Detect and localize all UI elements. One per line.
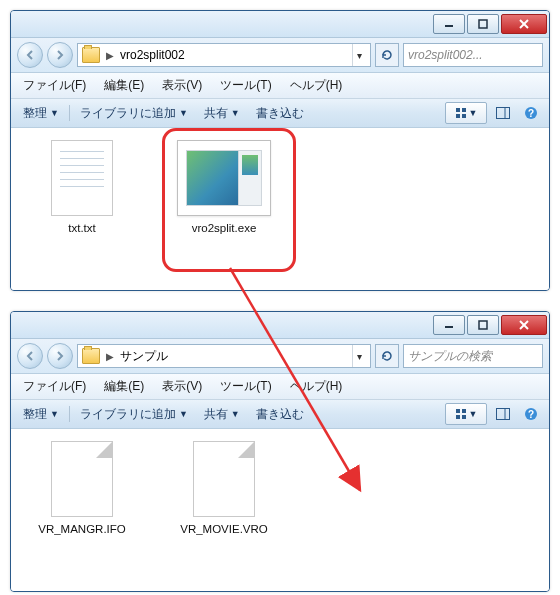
close-button[interactable] — [501, 14, 547, 34]
svg-rect-19 — [462, 415, 466, 419]
menu-file[interactable]: ファイル(F) — [15, 376, 94, 397]
help-button[interactable]: ? — [519, 403, 543, 425]
menubar: ファイル(F) 編集(E) 表示(V) ツール(T) ヘルプ(H) — [11, 73, 549, 99]
titlebar — [11, 11, 549, 38]
file-txt[interactable]: txt.txt — [27, 140, 137, 234]
menu-file[interactable]: ファイル(F) — [15, 75, 94, 96]
search-input[interactable]: サンプルの検索 — [403, 344, 543, 368]
view-mode-button[interactable]: ▼ — [445, 102, 487, 124]
svg-rect-4 — [456, 108, 460, 112]
chevron-right-icon: ▶ — [104, 351, 116, 362]
generic-file-icon — [51, 441, 113, 517]
explorer-window-2: ▶ サンプル ▾ サンプルの検索 ファイル(F) 編集(E) 表示(V) ツール… — [10, 311, 550, 592]
library-button[interactable]: ライブラリに追加▼ — [74, 404, 194, 425]
explorer-window-1: ▶ vro2split002 ▾ vro2split002... ファイル(F)… — [10, 10, 550, 291]
address-bar[interactable]: ▶ vro2split002 ▾ — [77, 43, 371, 67]
library-button[interactable]: ライブラリに追加▼ — [74, 103, 194, 124]
preview-pane-button[interactable] — [491, 102, 515, 124]
folder-icon — [82, 348, 100, 364]
menu-view[interactable]: 表示(V) — [154, 376, 210, 397]
maximize-button[interactable] — [467, 315, 499, 335]
minimize-button[interactable] — [433, 315, 465, 335]
share-button[interactable]: 共有▼ — [198, 404, 246, 425]
chevron-right-icon: ▶ — [104, 50, 116, 61]
svg-rect-8 — [497, 108, 510, 119]
file-label: VR_MOVIE.VRO — [180, 523, 268, 535]
menu-view[interactable]: 表示(V) — [154, 75, 210, 96]
file-vr-mangr-ifo[interactable]: VR_MANGR.IFO — [27, 441, 137, 535]
back-button[interactable] — [17, 343, 43, 369]
search-placeholder: サンプルの検索 — [408, 348, 492, 365]
folder-icon — [82, 47, 100, 63]
search-placeholder: vro2split002... — [408, 48, 483, 62]
separator — [69, 105, 70, 121]
svg-rect-17 — [462, 409, 466, 413]
burn-button[interactable]: 書き込む — [250, 404, 310, 425]
svg-rect-18 — [456, 415, 460, 419]
address-dropdown[interactable]: ▾ — [352, 44, 366, 66]
text-file-icon — [51, 140, 113, 216]
titlebar — [11, 312, 549, 339]
file-list: VR_MANGR.IFO VR_MOVIE.VRO — [11, 429, 549, 591]
search-input[interactable]: vro2split002... — [403, 43, 543, 67]
menu-help[interactable]: ヘルプ(H) — [282, 75, 351, 96]
help-button[interactable]: ? — [519, 102, 543, 124]
svg-text:?: ? — [528, 108, 534, 119]
file-label: vro2split.exe — [192, 222, 257, 234]
file-vro2split-exe[interactable]: vro2split.exe — [169, 140, 279, 234]
svg-rect-6 — [456, 114, 460, 118]
organize-button[interactable]: 整理▼ — [17, 404, 65, 425]
exe-file-icon — [177, 140, 271, 216]
file-list: txt.txt vro2split.exe — [11, 128, 549, 290]
svg-rect-13 — [479, 321, 487, 329]
toolbar: 整理▼ ライブラリに追加▼ 共有▼ 書き込む ▼ ? — [11, 400, 549, 429]
forward-button[interactable] — [47, 343, 73, 369]
svg-rect-16 — [456, 409, 460, 413]
menu-help[interactable]: ヘルプ(H) — [282, 376, 351, 397]
view-mode-button[interactable]: ▼ — [445, 403, 487, 425]
minimize-button[interactable] — [433, 14, 465, 34]
separator — [69, 406, 70, 422]
address-text: vro2split002 — [120, 48, 185, 62]
svg-rect-5 — [462, 108, 466, 112]
navbar: ▶ サンプル ▾ サンプルの検索 — [11, 339, 549, 374]
organize-button[interactable]: 整理▼ — [17, 103, 65, 124]
generic-file-icon — [193, 441, 255, 517]
address-bar[interactable]: ▶ サンプル ▾ — [77, 344, 371, 368]
address-dropdown[interactable]: ▾ — [352, 345, 366, 367]
refresh-button[interactable] — [375, 344, 399, 368]
svg-rect-1 — [479, 20, 487, 28]
navbar: ▶ vro2split002 ▾ vro2split002... — [11, 38, 549, 73]
maximize-button[interactable] — [467, 14, 499, 34]
share-button[interactable]: 共有▼ — [198, 103, 246, 124]
file-vr-movie-vro[interactable]: VR_MOVIE.VRO — [169, 441, 279, 535]
svg-rect-7 — [462, 114, 466, 118]
refresh-button[interactable] — [375, 43, 399, 67]
menu-edit[interactable]: 編集(E) — [96, 75, 152, 96]
menu-tools[interactable]: ツール(T) — [212, 75, 279, 96]
menu-tools[interactable]: ツール(T) — [212, 376, 279, 397]
back-button[interactable] — [17, 42, 43, 68]
file-label: VR_MANGR.IFO — [38, 523, 126, 535]
file-label: txt.txt — [68, 222, 95, 234]
svg-rect-20 — [497, 409, 510, 420]
forward-button[interactable] — [47, 42, 73, 68]
menubar: ファイル(F) 編集(E) 表示(V) ツール(T) ヘルプ(H) — [11, 374, 549, 400]
svg-text:?: ? — [528, 409, 534, 420]
menu-edit[interactable]: 編集(E) — [96, 376, 152, 397]
close-button[interactable] — [501, 315, 547, 335]
toolbar: 整理▼ ライブラリに追加▼ 共有▼ 書き込む ▼ ? — [11, 99, 549, 128]
preview-pane-button[interactable] — [491, 403, 515, 425]
burn-button[interactable]: 書き込む — [250, 103, 310, 124]
address-text: サンプル — [120, 348, 168, 365]
